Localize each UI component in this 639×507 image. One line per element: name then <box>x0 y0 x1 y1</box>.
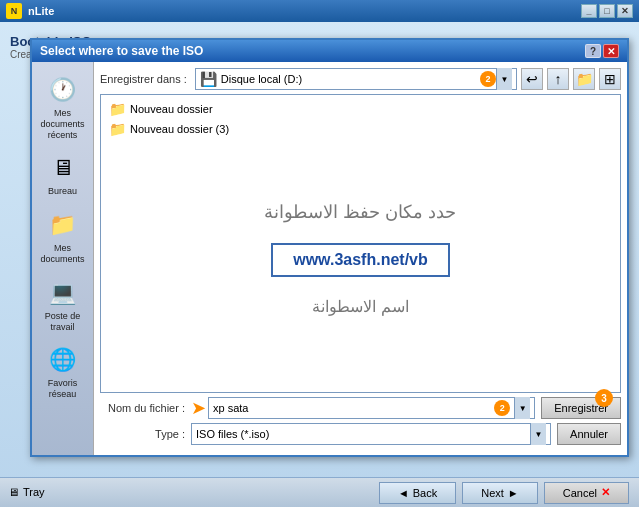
sidebar-item-desktop[interactable]: 🖥 Bureau <box>34 148 92 201</box>
list-item[interactable]: 📁 Nouveau dossier (3) <box>105 119 616 139</box>
filetype-label: Type : <box>100 428 185 440</box>
file-item-name: Nouveau dossier <box>130 103 213 115</box>
file-item-name: Nouveau dossier (3) <box>130 123 229 135</box>
window-title: nLite <box>28 5 581 17</box>
up-toolbar-button[interactable]: ↑ <box>547 68 569 90</box>
arabic-text-top: حدد مكان حفظ الاسطوانة <box>264 201 456 223</box>
dialog-main: Enregistrer dans : 💾 Disque local (D:) 2… <box>94 62 627 455</box>
arrow-indicator: ➤ <box>191 397 206 419</box>
filename-value: xp sata <box>213 402 490 414</box>
dialog-sidebar: 🕐 Mes documents récents 🖥 Bureau 📁 Mes d… <box>32 62 94 455</box>
arabic-text-bottom: اسم الاسطوانة <box>312 297 408 316</box>
next-label: Next <box>481 487 504 499</box>
filename-arrow[interactable]: ▼ <box>514 397 530 419</box>
filename-wrap: ➤ xp sata 2 ▼ <box>191 397 535 419</box>
sidebar-documents-label: Mes documents <box>36 243 90 265</box>
filetype-row: Type : ISO files (*.iso) ▼ Annuler <box>100 423 621 445</box>
sidebar-item-documents[interactable]: 📁 Mes documents <box>34 205 92 269</box>
sidebar-recent-label: Mes documents récents <box>36 108 90 140</box>
next-nav-button[interactable]: Next ► <box>462 482 538 504</box>
location-combo-arrow[interactable]: ▼ <box>496 68 512 90</box>
cancel-x-icon: ✕ <box>601 486 610 499</box>
dialog-close-button[interactable]: ✕ <box>603 44 619 58</box>
newfolder-toolbar-button[interactable]: 📁 <box>573 68 595 90</box>
location-combo[interactable]: 💾 Disque local (D:) 2 ▼ <box>195 68 517 90</box>
desktop-icon: 🖥 <box>47 152 79 184</box>
drive-icon: 💾 <box>200 71 217 87</box>
location-badge: 2 <box>480 71 496 87</box>
cancel-nav-button[interactable]: Cancel ✕ <box>544 482 629 504</box>
back-arrow-icon: ◄ <box>398 487 409 499</box>
tray-icon: 🖥 <box>8 486 19 498</box>
save-in-label: Enregistrer dans : <box>100 73 187 85</box>
badge-3: 3 <box>595 389 613 407</box>
sidebar-network-label: Favoris réseau <box>36 378 90 400</box>
back-nav-button[interactable]: ◄ Back <box>379 482 456 504</box>
minimize-button[interactable]: _ <box>581 4 597 18</box>
sidebar-desktop-label: Bureau <box>48 186 77 197</box>
sidebar-item-recent[interactable]: 🕐 Mes documents récents <box>34 70 92 144</box>
location-inner: 💾 Disque local (D:) 2 <box>200 71 496 87</box>
folder-icon: 📁 <box>109 121 126 137</box>
cancel-nav-label: Cancel <box>563 487 597 499</box>
toolbar-row: Enregistrer dans : 💾 Disque local (D:) 2… <box>100 68 621 90</box>
tray-label: Tray <box>23 486 45 498</box>
dialog-title-bar: Select where to save the ISO ? ✕ <box>32 40 627 62</box>
sidebar-item-computer[interactable]: 💻 Poste de travail <box>34 273 92 337</box>
filename-badge: 2 <box>494 400 510 416</box>
url-watermark: www.3asfh.net/vb <box>271 243 450 277</box>
filename-label: Nom du fichier : <box>100 402 185 414</box>
title-bar: N nLite _ □ ✕ <box>0 0 639 22</box>
tray-section: 🖥 Tray <box>0 477 53 507</box>
watermark-area: حدد مكان حفظ الاسطوانة www.3asfh.net/vb … <box>121 135 600 382</box>
next-arrow-icon: ► <box>508 487 519 499</box>
recent-icon: 🕐 <box>47 74 79 106</box>
dialog-controls: ? ✕ <box>585 44 619 58</box>
documents-icon: 📁 <box>47 209 79 241</box>
save-btn-col: 3 Enregistrer <box>541 397 621 419</box>
back-label: Back <box>413 487 437 499</box>
network-icon: 🌐 <box>47 344 79 376</box>
window-controls: _ □ ✕ <box>581 4 633 18</box>
bottom-fields: Nom du fichier : ➤ xp sata 2 ▼ 3 Enregis… <box>100 397 621 449</box>
filetype-input[interactable]: ISO files (*.iso) ▼ <box>191 423 551 445</box>
list-item[interactable]: 📁 Nouveau dossier <box>105 99 616 119</box>
folder-icon: 📁 <box>109 101 126 117</box>
save-dialog: Select where to save the ISO ? ✕ 🕐 Mes d… <box>30 38 629 457</box>
sidebar-item-network[interactable]: 🌐 Favoris réseau <box>34 340 92 404</box>
view-toolbar-button[interactable]: ⊞ <box>599 68 621 90</box>
computer-icon: 💻 <box>47 277 79 309</box>
dialog-body: 🕐 Mes documents récents 🖥 Bureau 📁 Mes d… <box>32 62 627 455</box>
back-toolbar-button[interactable]: ↩ <box>521 68 543 90</box>
file-list-inner: 📁 Nouveau dossier 📁 Nouveau dossier (3) <box>101 95 620 143</box>
filetype-value: ISO files (*.iso) <box>196 428 526 440</box>
dialog-title: Select where to save the ISO <box>40 44 585 58</box>
location-text: Disque local (D:) <box>221 73 476 85</box>
filename-row: Nom du fichier : ➤ xp sata 2 ▼ 3 Enregis… <box>100 397 621 419</box>
filetype-wrap: ISO files (*.iso) ▼ <box>191 423 551 445</box>
filename-input[interactable]: xp sata 2 ▼ <box>208 397 535 419</box>
filetype-arrow[interactable]: ▼ <box>530 423 546 445</box>
file-list[interactable]: 📁 Nouveau dossier 📁 Nouveau dossier (3) … <box>100 94 621 393</box>
cancel-button[interactable]: Annuler <box>557 423 621 445</box>
main-window: N nLite _ □ ✕ Bootable ISO Create a boot… <box>0 0 639 507</box>
close-button[interactable]: ✕ <box>617 4 633 18</box>
app-icon: N <box>6 3 22 19</box>
bottom-nav: 🖥 Tray ◄ Back Next ► Cancel ✕ <box>0 477 639 507</box>
dialog-help-button[interactable]: ? <box>585 44 601 58</box>
maximize-button[interactable]: □ <box>599 4 615 18</box>
sidebar-computer-label: Poste de travail <box>36 311 90 333</box>
